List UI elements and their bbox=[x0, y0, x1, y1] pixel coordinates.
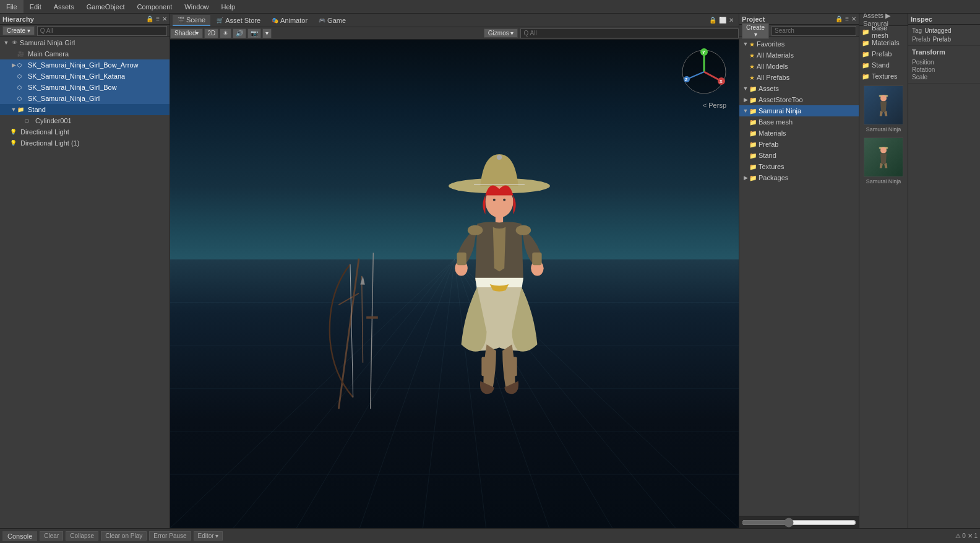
asset-row-base-mesh[interactable]: 📁 Base mesh bbox=[859, 26, 908, 37]
base-mesh-label: Base mesh bbox=[759, 118, 793, 126]
2d-button[interactable]: 2D bbox=[204, 28, 218, 38]
menu-component[interactable]: Component bbox=[131, 0, 178, 13]
scene-secondary-toolbar: Shaded ▾ 2D ☀ 🔊 📷 ▾ Gizmos ▾ bbox=[170, 27, 739, 40]
expand-arrow-cam bbox=[10, 50, 17, 58]
asset-label-samurai-1: Samurai Ninja bbox=[866, 126, 901, 132]
console-collapse-btn[interactable]: Collapse bbox=[66, 531, 98, 541]
hierarchy-item-sk-girl[interactable]: ⬡ SK_Samurai_Ninja_Girl bbox=[0, 93, 170, 104]
main-layout: Hierarchy 🔒 ≡ ✕ Create ▾ ▼ 👁 Samurai Nin… bbox=[0, 14, 980, 528]
hierarchy-item-sk-bow-arrow[interactable]: ▶ ⬡ SK_Samurai_Ninja_Girl_Bow_Arrow bbox=[0, 59, 170, 71]
expand-arrow-asset-store: ▶ bbox=[742, 96, 749, 103]
console-error-pause-btn[interactable]: Error Pause bbox=[149, 531, 191, 541]
prefab-folder-icon: 📁 bbox=[749, 141, 757, 148]
assets-breadcrumb: Assets ▶ Samurai bbox=[859, 14, 908, 26]
shaded-dropdown[interactable]: Shaded ▾ bbox=[170, 28, 203, 38]
more-toggle[interactable]: ▾ bbox=[262, 28, 272, 38]
project-all-materials[interactable]: ★ All Materials bbox=[739, 50, 859, 61]
project-menu-icon[interactable]: ≡ bbox=[845, 15, 849, 22]
asset-row-prefab[interactable]: 📁 Prefab bbox=[859, 48, 908, 59]
animator-tab-label: Animator bbox=[280, 17, 307, 24]
project-base-mesh[interactable]: 📁 Base mesh bbox=[739, 116, 859, 128]
project-lock-icon[interactable]: 🔒 bbox=[835, 15, 843, 22]
top-menu-bar: File Edit Assets GameObject Component Wi… bbox=[0, 0, 980, 14]
project-favorites-header[interactable]: ▼ ★ Favorites bbox=[739, 38, 859, 50]
light-icon-1: 💡 bbox=[10, 140, 19, 146]
hierarchy-menu-icon[interactable]: ≡ bbox=[156, 15, 160, 22]
textures-row-label: Textures bbox=[872, 72, 898, 80]
tab-game[interactable]: 🎮 Game bbox=[314, 15, 351, 25]
panel-close-icon[interactable]: ✕ bbox=[729, 17, 734, 24]
expand-arrow: ▼ bbox=[2, 39, 10, 46]
asset-row-stand[interactable]: 📁 Stand bbox=[859, 59, 908, 71]
hierarchy-item-dir-light[interactable]: 💡 Directional Light bbox=[0, 126, 170, 137]
project-search-input[interactable] bbox=[772, 26, 856, 36]
console-tab[interactable]: Console bbox=[2, 531, 37, 541]
hierarchy-lock-icon[interactable]: 🔒 bbox=[146, 15, 153, 22]
menu-edit[interactable]: Edit bbox=[24, 0, 48, 13]
asset-thumbnail-samurai-2[interactable]: Samurai Ninja bbox=[862, 136, 905, 186]
gizmos-button[interactable]: Gizmos ▾ bbox=[484, 28, 518, 38]
light-icon: 💡 bbox=[10, 129, 19, 135]
hierarchy-item-dir-light-1[interactable]: 💡 Directional Light (1) bbox=[0, 137, 170, 149]
asset-row-textures[interactable]: 📁 Textures bbox=[859, 71, 908, 82]
asset-row-materials[interactable]: 📁 Materials bbox=[859, 37, 908, 48]
console-editor-btn[interactable]: Editor ▾ bbox=[194, 531, 223, 541]
hierarchy-close-icon[interactable]: ✕ bbox=[162, 15, 167, 22]
hierarchy-toolbar: Create ▾ bbox=[0, 25, 170, 37]
tab-animator[interactable]: 🎭 Animator bbox=[267, 15, 312, 25]
stand-row-label: Stand bbox=[872, 61, 890, 69]
packages-folder-icon: 📁 bbox=[749, 175, 757, 181]
scene-gizmo[interactable]: Y X Z bbox=[679, 47, 729, 97]
panel-lock-icon[interactable]: 🔒 bbox=[709, 17, 716, 24]
asset-thumbnails: Samurai Ninja Samurai Nin bbox=[859, 82, 908, 188]
tab-asset-store[interactable]: 🛒 Asset Store bbox=[212, 15, 265, 25]
game-icon: 🎮 bbox=[319, 17, 325, 24]
audio-toggle[interactable]: 🔊 bbox=[233, 28, 246, 38]
hierarchy-create-button[interactable]: Create ▾ bbox=[2, 26, 35, 35]
console-clear-btn[interactable]: Clear bbox=[40, 531, 63, 541]
project-zoom-slider[interactable] bbox=[742, 520, 856, 525]
scene-view[interactable]: Y X Z < Persp bbox=[170, 40, 739, 528]
light-toggle[interactable]: ☀ bbox=[220, 28, 231, 38]
project-packages-header[interactable]: ▶ 📁 Packages bbox=[739, 172, 859, 183]
tab-scene[interactable]: 🎬 Scene bbox=[173, 15, 210, 26]
svg-rect-34 bbox=[481, 357, 492, 376]
camera-toggle[interactable]: 📷 bbox=[247, 28, 261, 38]
menu-help[interactable]: Help bbox=[215, 0, 241, 13]
hierarchy-item-sk-bow[interactable]: ⬡ SK_Samurai_Ninja_Girl_Bow bbox=[0, 82, 170, 93]
hierarchy-item-sk-katana[interactable]: ⬡ SK_Samurai_Ninja_Girl_Katana bbox=[0, 71, 170, 82]
stand-folder-icon: 📁 bbox=[749, 152, 757, 159]
hierarchy-search-input[interactable] bbox=[37, 26, 167, 36]
menu-assets[interactable]: Assets bbox=[48, 0, 80, 13]
project-prefab[interactable]: 📁 Prefab bbox=[739, 139, 859, 150]
project-textures[interactable]: 📁 Textures bbox=[739, 161, 859, 172]
scene-search-input[interactable] bbox=[520, 28, 739, 38]
hierarchy-item-main-camera[interactable]: 🎥 Main Camera bbox=[0, 48, 170, 59]
mesh-icon: ⬡ bbox=[17, 63, 26, 68]
hierarchy-item-cylinder[interactable]: ⬡ Cylinder001 bbox=[0, 115, 170, 126]
project-all-prefabs[interactable]: ★ All Prefabs bbox=[739, 72, 859, 83]
textures-folder-icon: 📁 bbox=[749, 163, 757, 170]
menu-file[interactable]: File bbox=[0, 0, 24, 13]
asset-thumbnail-samurai-1[interactable]: Samurai Ninja bbox=[862, 84, 905, 134]
panel-maximize-icon[interactable]: ⬜ bbox=[719, 17, 726, 24]
all-prefabs-icon: ★ bbox=[749, 74, 755, 81]
project-panel: Project 🔒 ≡ ✕ Create ▾ ▼ ★ Favorites bbox=[739, 14, 859, 528]
project-stand[interactable]: 📁 Stand bbox=[739, 150, 859, 161]
hierarchy-item-stand[interactable]: ▼ 📁 Stand bbox=[0, 104, 170, 115]
project-close-icon[interactable]: ✕ bbox=[851, 15, 856, 22]
hierarchy-item-samurai-ninja-girl[interactable]: ▼ 👁 Samurai Ninja Girl bbox=[0, 37, 170, 48]
rotation-label: Rotation bbox=[912, 66, 935, 73]
persp-label: < Persp bbox=[703, 102, 726, 109]
base-mesh-row-icon: 📁 bbox=[862, 28, 869, 35]
project-create-button[interactable]: Create ▾ bbox=[742, 23, 769, 39]
console-clear-on-play-btn[interactable]: Clear on Play bbox=[101, 531, 147, 541]
project-samurai-ninja[interactable]: ▼ 📁 Samurai Ninja bbox=[739, 105, 859, 116]
materials-row-label: Materials bbox=[872, 39, 900, 46]
menu-gameobject[interactable]: GameObject bbox=[80, 0, 131, 13]
project-all-models[interactable]: ★ All Models bbox=[739, 61, 859, 72]
project-materials[interactable]: 📁 Materials bbox=[739, 128, 859, 139]
project-asset-store-tools[interactable]: ▶ 📁 AssetStoreToo bbox=[739, 94, 859, 105]
menu-window[interactable]: Window bbox=[178, 0, 215, 13]
project-assets-header[interactable]: ▼ 📁 Assets bbox=[739, 83, 859, 94]
